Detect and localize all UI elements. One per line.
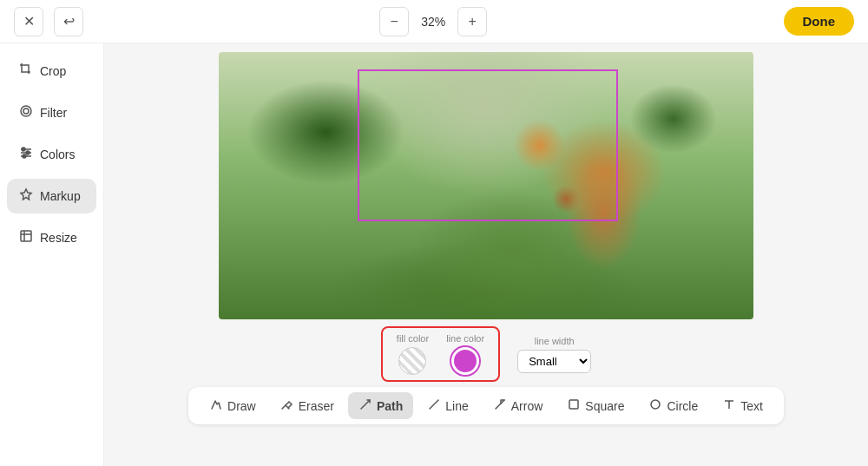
line-width-group: line width Small Medium Large <box>517 336 591 373</box>
fill-color-label: fill color <box>397 333 429 344</box>
path-icon <box>358 397 372 414</box>
tool-draw[interactable]: Draw <box>199 392 266 419</box>
eraser-label: Eraser <box>299 399 334 413</box>
resize-icon <box>19 229 33 246</box>
circle-icon <box>648 397 662 414</box>
sidebar-filter-label: Filter <box>40 106 67 120</box>
svg-rect-12 <box>569 400 578 409</box>
line-color-label: line color <box>446 333 484 344</box>
sidebar: Crop Filter Colo <box>0 43 104 466</box>
svg-point-13 <box>651 400 660 409</box>
fill-color-swatch[interactable] <box>398 347 426 375</box>
bottom-area: fill color line color line width Small M… <box>122 319 851 428</box>
zoom-in-icon: + <box>469 14 477 30</box>
sidebar-item-crop[interactable]: Crop <box>7 54 96 89</box>
undo-button[interactable]: ↩ <box>54 7 83 36</box>
crop-icon <box>19 62 33 80</box>
sidebar-resize-label: Resize <box>40 231 77 245</box>
arrow-label: Arrow <box>511 399 543 413</box>
zoom-out-icon: − <box>391 14 398 30</box>
sidebar-item-markup[interactable]: Markup <box>7 179 96 213</box>
square-label: Square <box>585 399 624 413</box>
line-color-swatch[interactable] <box>451 347 479 375</box>
tool-square[interactable]: Square <box>556 392 635 419</box>
main-area: Crop Filter Colo <box>0 43 868 466</box>
text-icon <box>722 397 736 414</box>
sidebar-item-colors[interactable]: Colors <box>7 137 96 172</box>
undo-icon: ↩ <box>63 13 75 30</box>
line-width-label: line width <box>535 336 575 346</box>
canvas-area: fill color line color line width Small M… <box>104 43 868 466</box>
sidebar-markup-label: Markup <box>40 189 81 203</box>
draw-icon <box>209 397 223 414</box>
svg-point-1 <box>23 108 29 114</box>
zoom-value: 32% <box>416 15 450 29</box>
colors-icon <box>19 146 33 163</box>
draw-label: Draw <box>227 399 256 413</box>
svg-point-6 <box>26 151 30 154</box>
tool-circle[interactable]: Circle <box>638 392 708 419</box>
tool-path[interactable]: Path <box>348 392 413 419</box>
filter-icon <box>19 104 33 121</box>
tool-toolbar: Draw Eraser <box>188 387 784 424</box>
close-icon: ✕ <box>23 13 35 30</box>
text-label: Text <box>740 399 763 413</box>
circle-label: Circle <box>667 399 698 413</box>
zoom-out-button[interactable]: − <box>379 7 409 36</box>
sidebar-colors-label: Colors <box>40 148 75 161</box>
svg-line-10 <box>430 400 438 409</box>
zoom-in-button[interactable]: + <box>457 7 487 36</box>
image-container[interactable] <box>219 52 753 319</box>
arrow-icon <box>493 397 507 414</box>
svg-point-5 <box>22 148 25 151</box>
sidebar-item-filter[interactable]: Filter <box>7 95 96 130</box>
svg-point-7 <box>23 154 26 158</box>
dog-image <box>219 52 753 319</box>
square-icon <box>567 397 581 414</box>
line-width-select[interactable]: Small Medium Large <box>517 350 591 373</box>
close-button[interactable]: ✕ <box>14 7 43 36</box>
line-icon <box>427 397 441 414</box>
tool-arrow[interactable]: Arrow <box>483 392 554 419</box>
tool-eraser[interactable]: Eraser <box>270 392 345 419</box>
path-label: Path <box>377 399 403 413</box>
line-label: Line <box>445 399 468 413</box>
svg-point-0 <box>21 106 31 116</box>
eraser-icon <box>280 397 294 414</box>
line-color-group: line color <box>446 333 484 375</box>
tool-text[interactable]: Text <box>712 392 773 419</box>
svg-rect-9 <box>21 231 31 241</box>
sidebar-crop-label: Crop <box>40 64 66 78</box>
svg-marker-8 <box>21 189 31 200</box>
sidebar-item-resize[interactable]: Resize <box>7 220 96 255</box>
header-left: ✕ ↩ <box>14 7 83 36</box>
done-button[interactable]: Done <box>784 7 855 36</box>
markup-icon <box>19 187 33 205</box>
zoom-controls: − 32% + <box>379 7 487 36</box>
header: ✕ ↩ − 32% + Done <box>0 0 868 43</box>
svg-line-11 <box>496 400 504 409</box>
color-controls-wrapper: fill color line color <box>381 326 500 382</box>
tool-line[interactable]: Line <box>417 392 478 419</box>
fill-color-group: fill color <box>397 333 429 375</box>
